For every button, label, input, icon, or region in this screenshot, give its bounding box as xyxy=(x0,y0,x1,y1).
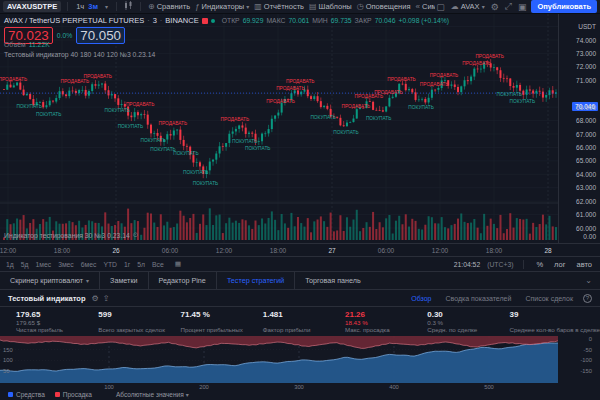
svg-text:ПРОДАВАТЬ: ПРОДАВАТЬ xyxy=(374,90,403,95)
range-button-3мес[interactable]: 3мес xyxy=(58,261,74,268)
candlestick-chart[interactable]: ПРОДАВАТЬПРОДАВАТЬПРОДАВАТЬПРОДАВАТЬПРОД… xyxy=(0,14,558,243)
percent-scale-button[interactable]: % xyxy=(534,260,545,269)
go-to-date-icon[interactable]: ▦ xyxy=(175,260,181,268)
view-tab-обзор[interactable]: Обзор xyxy=(411,295,431,302)
alert-clock-icon: ◷ xyxy=(357,2,364,11)
price-axis[interactable]: USDT 70.046 74.00073.00072.00071.00069.0… xyxy=(558,14,600,243)
values-mode-dropdown[interactable]: Абсолютные значения▾ xyxy=(116,391,189,398)
panel-tab-редактор-pine[interactable]: Редактор Pine xyxy=(148,272,216,289)
svg-text:ПРОДАВАТЬ: ПРОДАВАТЬ xyxy=(61,79,90,84)
svg-text:ПРОДАВАТЬ: ПРОДАВАТЬ xyxy=(387,77,416,82)
chart-legend[interactable]: AVAX / TetherUS PERPETUAL FUTURES · 3 · … xyxy=(4,16,449,25)
metric-subvalue xyxy=(181,319,259,326)
equity-left-tick: 150 xyxy=(3,347,13,353)
publish-button[interactable]: Опубликовать xyxy=(531,0,597,13)
indicators-button[interactable]: ƒИндикаторы▾ xyxy=(194,2,250,11)
strategy-header: Тестовый индикатор ⚙ ⇪ ОбзорСводка показ… xyxy=(0,289,600,306)
price-tick: 67.000 xyxy=(576,131,596,138)
help-icon[interactable]: ? xyxy=(583,294,592,303)
pane-indicator-legend[interactable]: Индикатор тестирования 30 №3 0.23.14⊙ xyxy=(4,231,139,239)
interval-dropdown-icon[interactable]: ▾ xyxy=(103,3,110,10)
panel-tab-заметки[interactable]: Заметки xyxy=(99,272,148,289)
range-button-1д[interactable]: 1д xyxy=(6,261,14,268)
eye-icon[interactable]: ⊙ xyxy=(133,231,139,239)
collapse-panel-icon[interactable]: ⌄ xyxy=(585,276,600,285)
svg-text:ПРОДАВАТЬ: ПРОДАВАТЬ xyxy=(221,117,250,122)
templates-button[interactable]: ▤Шаблоны xyxy=(308,2,353,11)
fullscreen-icon[interactable]: ⤢ xyxy=(504,1,513,12)
time-tick: 12:00 xyxy=(211,247,237,254)
auto-scale-button[interactable]: авто xyxy=(574,260,594,269)
flag-icon[interactable] xyxy=(202,18,208,24)
view-tab-сводка-показателей[interactable]: Сводка показателей xyxy=(445,295,511,302)
svg-text:ПОКУПАТЬ: ПОКУПАТЬ xyxy=(232,139,257,144)
bottom-panel-tabs: Скринер криптовалют▾ЗаметкиРедактор Pine… xyxy=(0,271,600,289)
timezone[interactable]: (UTC+3) xyxy=(487,261,513,268)
range-button-1г[interactable]: 1г xyxy=(124,261,130,268)
symbol-search-button[interactable]: AVAXUSDTPE xyxy=(3,1,61,12)
strategy-settings-icon[interactable]: ⚙ xyxy=(92,294,99,303)
range-button-YTD[interactable]: YTD xyxy=(103,261,117,268)
svg-text:ПОКУПАТЬ: ПОКУПАТЬ xyxy=(193,181,218,186)
settings-gear-icon[interactable]: ⚙ xyxy=(490,2,500,12)
svg-text:ПОКУПАТЬ: ПОКУПАТЬ xyxy=(118,124,143,129)
divider xyxy=(67,2,68,11)
metric-label: Макс. просадка xyxy=(345,326,423,333)
market-simulator-button[interactable]: «Симулятор рынка xyxy=(415,2,436,11)
compare-button[interactable]: ⊕Сравнить xyxy=(147,2,191,11)
time-axis[interactable]: 12:0018:002606:0012:0018:002706:0012:001… xyxy=(0,243,600,256)
buy-button[interactable]: 70.050 xyxy=(76,27,125,44)
legend-item-средства[interactable]: Средства xyxy=(8,391,45,398)
price-tick: 69.000 xyxy=(576,104,596,111)
reports-button[interactable]: ▥Отчётность xyxy=(253,2,305,11)
range-button-5д[interactable]: 5д xyxy=(21,261,29,268)
templates-icon: ▤ xyxy=(309,2,317,11)
chart-title: AVAX / TetherUS PERPETUAL FUTURES xyxy=(4,16,144,25)
time-tick: 18:00 xyxy=(49,247,75,254)
replay-icon: « xyxy=(416,2,420,11)
equity-right-tick: 0 xyxy=(589,336,592,342)
equity-section: СредстваПросадка Абсолютные значения▾ 0-… xyxy=(0,336,600,400)
clock[interactable]: 21:04:52 xyxy=(454,261,480,268)
svg-text:ПОКУПАТЬ: ПОКУПАТЬ xyxy=(333,130,358,135)
reports-icon: ▥ xyxy=(254,2,262,11)
metric-value: 179.65 xyxy=(16,310,94,319)
time-tick: 28 xyxy=(535,247,561,254)
equity-chart[interactable] xyxy=(0,336,600,383)
view-tab-список-сделок[interactable]: Список сделок xyxy=(525,295,573,302)
strategy-export-icon[interactable]: ⇪ xyxy=(103,294,110,303)
metric-tile: 179.65179.65 $Чистая прибыль xyxy=(16,310,94,336)
top-toolbar: AVAXUSDTPE 1ч3м ▾ ⊕Сравнить ƒИндикаторы▾… xyxy=(0,0,600,14)
time-tick: 06:00 xyxy=(373,247,399,254)
equity-x-tick: 400 xyxy=(384,384,404,390)
metric-value: 71.45 % xyxy=(181,310,259,319)
interval-button-3м[interactable]: 3м xyxy=(86,2,100,11)
interval-buttons: 1ч3м xyxy=(74,2,100,11)
chart-area[interactable]: ПРОДАВАТЬПРОДАВАТЬПРОДАВАТЬПРОДАВАТЬПРОД… xyxy=(0,14,600,243)
range-button-Все[interactable]: Все xyxy=(152,261,164,268)
metric-tile: 21.2618.43 %Макс. просадка xyxy=(345,310,423,336)
saved-layout-button[interactable]: ☁AVAX▾ xyxy=(450,2,486,11)
chart-type-icon[interactable] xyxy=(123,1,134,12)
panel-tab-тестер-стратегий[interactable]: Тестер стратегий xyxy=(216,272,294,289)
snapshot-camera-icon[interactable]: ▣ xyxy=(517,2,528,12)
metric-subvalue xyxy=(263,319,341,326)
svg-text:ПРОДАВАТЬ: ПРОДАВАТЬ xyxy=(475,54,504,59)
overlay-indicator-legend[interactable]: Тестовый индикатор 40 180 140 120 №3 0.2… xyxy=(4,51,155,58)
panel-tab-скринер-криптовалют[interactable]: Скринер криптовалют▾ xyxy=(0,272,99,289)
range-button-6мес[interactable]: 6мес xyxy=(81,261,97,268)
price-tick: 68.000 xyxy=(576,117,596,124)
log-scale-button[interactable]: лог xyxy=(552,260,567,269)
panel-tab-торговая-панель[interactable]: Торговая панель xyxy=(294,272,370,289)
range-button-5л[interactable]: 5л xyxy=(137,261,145,268)
legend-label: Просадка xyxy=(63,391,92,398)
interval-button-1ч[interactable]: 1ч xyxy=(74,2,86,11)
range-button-1мес[interactable]: 1мес xyxy=(36,261,52,268)
price-tick: 71.000 xyxy=(576,77,596,84)
alerts-button[interactable]: ◷Оповещения xyxy=(356,2,412,11)
svg-text:ПРОДАВАТЬ: ПРОДАВАТЬ xyxy=(462,61,491,66)
legend-item-просадка[interactable]: Просадка xyxy=(55,391,92,398)
layout-icon[interactable]: ▢ xyxy=(435,2,446,12)
metric-tile: 71.45 %Процент прибыльных xyxy=(181,310,259,336)
price-tick: 73.000 xyxy=(576,50,596,57)
